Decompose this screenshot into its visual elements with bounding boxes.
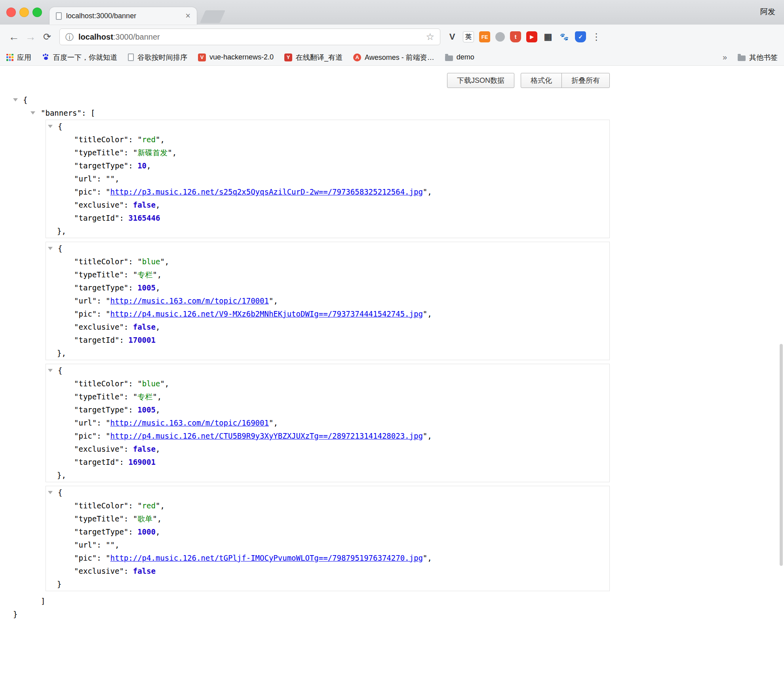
vimium-extension-icon[interactable]: V: [447, 31, 458, 42]
other-bookmarks-label: 其他书签: [749, 53, 778, 62]
bookmark-vue-hackernews[interactable]: V vue-hackernews-2.0: [198, 53, 274, 61]
page-favicon-icon: [56, 12, 62, 20]
baidu-paw-icon: [42, 53, 49, 61]
json-line: "titleColor": "blue",: [46, 255, 609, 268]
fullscreen-window-button[interactable]: [32, 8, 42, 17]
json-line: "exclusive": false,: [46, 443, 609, 456]
json-line: "titleColor": "blue",: [46, 377, 609, 390]
bookmark-baidu[interactable]: 百度一下，你就知道: [42, 53, 117, 62]
json-url-link[interactable]: http://p3.music.126.net/s25q2x5QyqsAzilC…: [110, 187, 423, 196]
window-titlebar: localhost:3000/banner × 阿发: [0, 0, 784, 25]
url-path: :3000/banner: [113, 32, 160, 41]
json-line: "typeTitle": "专栏",: [46, 390, 609, 403]
json-actions-row: 下载JSON数据 格式化 折叠所有: [13, 73, 610, 88]
json-url-link[interactable]: http://p4.music.126.net/tGPljf-IMOCyPvum…: [110, 554, 423, 562]
json-line: "url": "http://music.163.com/m/topic/170…: [46, 294, 609, 307]
apps-grid-icon: [6, 54, 13, 61]
collapse-caret-icon[interactable]: [48, 369, 53, 372]
json-url-link[interactable]: http://p4.music.126.net/CTU5B9R9y3XyYBZX…: [110, 432, 423, 440]
back-button[interactable]: ←: [6, 32, 22, 42]
page-info-icon[interactable]: ⓘ: [65, 33, 74, 41]
json-line: {: [13, 94, 610, 107]
json-line: "targetType": 1005,: [46, 281, 609, 294]
new-tab-button[interactable]: [200, 10, 225, 23]
json-line: {: [46, 486, 609, 499]
json-line: "exclusive": false,: [46, 199, 609, 212]
url-bar[interactable]: ⓘ localhost:3000/banner ☆: [59, 29, 440, 45]
tab-close-icon[interactable]: ×: [185, 11, 190, 20]
browser-toolbar: ← → ⟳ ⓘ localhost:3000/banner ☆ V 英 FE t…: [0, 25, 784, 49]
bookmark-demo-folder[interactable]: demo: [445, 53, 474, 61]
bookmark-label: 谷歌按时间排序: [137, 53, 187, 62]
reload-button[interactable]: ⟳: [39, 32, 55, 42]
json-line: "url": "http://music.163.com/m/topic/169…: [46, 416, 609, 430]
json-line: },: [46, 469, 609, 482]
bookmark-apps[interactable]: 应用: [6, 53, 31, 62]
browser-tab[interactable]: localhost:3000/banner ×: [49, 7, 197, 25]
collapse-caret-icon[interactable]: [30, 111, 35, 115]
json-line: {: [46, 242, 609, 255]
json-url-link[interactable]: http://p4.music.126.net/V9-MXz6b2MNhEKju…: [110, 309, 423, 318]
collapse-caret-icon[interactable]: [48, 247, 53, 250]
security-shield-extension-icon[interactable]: ✓: [575, 31, 586, 42]
minimize-window-button[interactable]: [19, 8, 29, 17]
json-line: "pic": "http://p3.music.126.net/s25q2x5Q…: [46, 185, 609, 199]
bookmark-youdao-translate[interactable]: Y 在线翻译_有道: [284, 53, 343, 62]
json-line: "typeTitle": "歌单",: [46, 512, 609, 525]
json-line: "targetType": 10,: [46, 159, 609, 172]
chrome-menu-kebab-icon[interactable]: ⋮: [592, 31, 601, 42]
vue-badge-icon: V: [198, 53, 206, 61]
youtube-extension-icon[interactable]: ▶: [526, 31, 537, 42]
json-line: "typeTitle": "新碟首发",: [46, 146, 609, 159]
vertical-scrollbar-thumb[interactable]: [780, 344, 783, 566]
json-line: },: [46, 225, 609, 238]
youdao-badge-icon: Y: [284, 53, 292, 61]
json-line: "targetId": 3165446: [46, 212, 609, 225]
json-line: {: [46, 364, 609, 377]
json-line: }: [13, 608, 610, 621]
collapse-caret-icon[interactable]: [48, 125, 53, 128]
collapse-caret-icon[interactable]: [13, 98, 18, 101]
bookmark-label: vue-hackernews-2.0: [209, 53, 274, 61]
json-line: }: [46, 578, 609, 591]
json-line: "typeTitle": "专栏",: [46, 268, 609, 281]
url-text[interactable]: localhost:3000/banner: [78, 32, 160, 42]
bookmark-label: 应用: [17, 53, 31, 62]
other-bookmarks[interactable]: 其他书签: [738, 53, 778, 62]
close-window-button[interactable]: [6, 8, 16, 17]
fe-extension-icon[interactable]: FE: [479, 31, 490, 42]
json-line: },: [46, 347, 609, 360]
collapse-caret-icon[interactable]: [48, 491, 53, 494]
page-icon: [128, 53, 134, 61]
collapse-all-button[interactable]: 折叠所有: [561, 73, 610, 88]
forward-button[interactable]: →: [22, 32, 39, 42]
tab-title: localhost:3000/banner: [66, 12, 136, 20]
json-line: "targetId": 170001: [46, 334, 609, 347]
awesomes-badge-icon: A: [353, 53, 361, 61]
bookmark-awesomes[interactable]: A Awesomes - 前端资…: [353, 53, 434, 62]
bookmark-star-icon[interactable]: ☆: [426, 32, 434, 42]
bookmark-label: 在线翻译_有道: [296, 53, 343, 62]
json-line: "targetType": 1005,: [46, 403, 609, 416]
json-object-box: {"titleColor": "blue","typeTitle": "专栏",…: [46, 242, 610, 360]
paw-extension-icon[interactable]: 🐾: [559, 31, 570, 42]
extensions-area: V 英 FE t ▶ ▦ 🐾 ✓: [447, 31, 586, 42]
download-json-button[interactable]: 下载JSON数据: [447, 73, 514, 88]
json-url-link[interactable]: http://music.163.com/m/topic/170001: [110, 296, 269, 305]
bookmark-label: 百度一下，你就知道: [53, 53, 117, 62]
bookmark-google-sort[interactable]: 谷歌按时间排序: [128, 53, 187, 62]
folder-icon: [738, 55, 746, 61]
qr-code-extension-icon[interactable]: ▦: [542, 31, 554, 42]
json-line: "titleColor": "red",: [46, 133, 609, 146]
json-url-link[interactable]: http://music.163.com/m/topic/169001: [110, 418, 269, 427]
dictionary-extension-icon[interactable]: 英: [463, 31, 474, 42]
shield-t-extension-icon[interactable]: t: [510, 31, 521, 42]
json-line: "pic": "http://p4.music.126.net/tGPljf-I…: [46, 552, 609, 565]
json-line: ]: [13, 595, 610, 608]
bookmarks-overflow-chevron[interactable]: »: [723, 53, 727, 62]
profile-name[interactable]: 阿发: [760, 7, 775, 17]
format-button[interactable]: 格式化: [521, 73, 562, 88]
url-host: localhost: [78, 32, 113, 41]
json-object-box: {"titleColor": "red","typeTitle": "歌单","…: [46, 486, 610, 591]
org-extension-icon[interactable]: [495, 32, 505, 42]
